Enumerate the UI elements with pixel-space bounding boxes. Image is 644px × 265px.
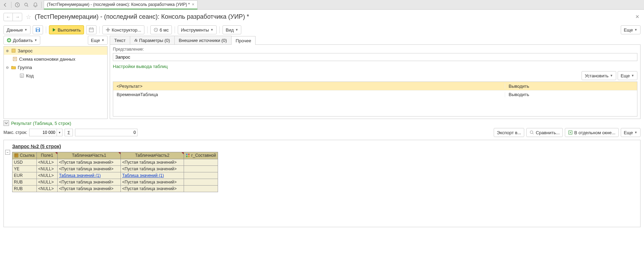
data-collapse-icon[interactable]: − bbox=[5, 150, 10, 155]
tree-box[interactable]: ⊕ Запрос Схема компоновки данных ⊖ Групп… bbox=[3, 46, 108, 119]
search-icon[interactable] bbox=[23, 1, 30, 9]
table-row[interactable]: RUB<NULL><Пустая таблица значений><Пуста… bbox=[12, 185, 218, 192]
folder-icon bbox=[11, 65, 16, 70]
sum-input[interactable] bbox=[75, 129, 137, 136]
tree-item-label: Схема компоновки данных bbox=[19, 57, 75, 62]
table-row[interactable]: YE<NULL><Пустая таблица значений><Пустая… bbox=[12, 165, 218, 172]
tab-close-icon[interactable]: × bbox=[192, 2, 194, 7]
cell-composite bbox=[184, 179, 218, 185]
tab-other[interactable]: Прочее bbox=[231, 36, 256, 45]
th-field1[interactable]: Поле1 bbox=[37, 152, 58, 159]
window-close-icon[interactable]: × bbox=[634, 12, 641, 22]
right-panel: Текст &Параметры (0) Внешние источники (… bbox=[110, 36, 641, 119]
grid-cell-mode: Выводить bbox=[505, 92, 637, 97]
table-row[interactable]: USD<NULL><Пустая таблица значений><Пуста… bbox=[12, 159, 218, 165]
ampersand-icon: & bbox=[134, 37, 138, 43]
right-content: Представление: Настройки вывода таблиц У… bbox=[110, 45, 641, 119]
cell-ref: RUB bbox=[12, 185, 37, 192]
separator bbox=[99, 26, 100, 33]
result-title[interactable]: Результат (Таблица, 5 строк) bbox=[11, 121, 71, 126]
set-button[interactable]: Установить▼ bbox=[582, 71, 616, 80]
tree-item-code[interactable]: {} Код bbox=[4, 71, 107, 80]
data-area[interactable]: − Запрос №2 (5 строк) Ссылка Поле1 Табли… bbox=[3, 140, 641, 227]
sum-button[interactable]: Σ bbox=[65, 129, 73, 136]
tab-text[interactable]: Текст bbox=[110, 36, 130, 44]
svg-rect-21 bbox=[15, 154, 18, 157]
tree-more-button[interactable]: Еще▼ bbox=[88, 36, 108, 45]
nav-forward-icon[interactable]: → bbox=[13, 13, 22, 21]
output-grid[interactable]: <Результат> Выводить ВременнаяТаблица Вы… bbox=[113, 82, 637, 117]
nav-back-icon[interactable]: ← bbox=[4, 13, 13, 21]
cell-tc1[interactable]: Таблица значений (1) bbox=[58, 172, 121, 179]
tree-item-label: Код bbox=[26, 73, 34, 78]
app-tab[interactable]: (ТестПеренумерации) - (последний сеанс):… bbox=[44, 0, 198, 9]
cell-tc1: <Пустая таблица значений> bbox=[58, 165, 121, 172]
separator bbox=[11, 2, 11, 8]
grid-row[interactable]: ВременнаяТаблица Выводить bbox=[113, 90, 637, 99]
separator bbox=[147, 26, 148, 33]
middle-split: Добавить▼ Еще▼ ⊕ Запрос Схема компоновки… bbox=[0, 36, 644, 119]
result-more-button[interactable]: Еще▼ bbox=[621, 128, 641, 137]
tree-item-group[interactable]: ⊖ Группа bbox=[4, 63, 107, 71]
th-ref[interactable]: Ссылка bbox=[12, 152, 37, 159]
tools-button[interactable]: Инструменты▼ bbox=[178, 25, 217, 34]
representation-input[interactable] bbox=[113, 53, 637, 61]
system-bar: (ТестПеренумерации) - (последний сеанс):… bbox=[0, 0, 644, 10]
query-title: Запрос №2 (5 строк) bbox=[12, 144, 639, 149]
svg-rect-24 bbox=[186, 154, 187, 155]
cell-tc2: <Пустая таблица значений> bbox=[121, 159, 184, 165]
export-button[interactable]: Экспорт в... bbox=[494, 128, 524, 137]
th-tc2[interactable]: ТабличнаяЧасть2 bbox=[121, 152, 184, 159]
chevron-down-icon: ▼ bbox=[210, 28, 214, 32]
th-composite[interactable]: г_Составной bbox=[184, 152, 218, 159]
more-button[interactable]: Еще▼ bbox=[621, 25, 641, 34]
data-button[interactable]: Данные▼ bbox=[3, 25, 31, 34]
time-button[interactable]: 6 мс bbox=[150, 25, 172, 34]
tree-item-query[interactable]: ⊕ Запрос bbox=[4, 46, 107, 55]
result-toolbar: Макс. строк: ▼ Σ Экспорт в... Сравнить..… bbox=[0, 127, 644, 138]
spinner-icon[interactable]: ▼ bbox=[57, 129, 62, 136]
tab-params[interactable]: &Параметры (0) bbox=[130, 36, 175, 44]
marker-icon bbox=[182, 152, 184, 154]
max-rows-input[interactable] bbox=[29, 129, 57, 136]
result-collapse-icon[interactable] bbox=[3, 120, 9, 126]
cell-tc2: <Пустая таблица значений> bbox=[121, 165, 184, 172]
tree-item-scheme[interactable]: Схема компоновки данных bbox=[4, 55, 107, 63]
calendar-button[interactable] bbox=[86, 25, 97, 34]
chevron-down-icon: ▼ bbox=[101, 39, 104, 42]
chevron-down-icon: ▼ bbox=[34, 39, 37, 42]
run-button[interactable]: Выполнить bbox=[49, 25, 84, 34]
composite-icon bbox=[186, 153, 191, 158]
cell-tc2[interactable]: Таблица значений (1) bbox=[121, 172, 184, 179]
table-row[interactable]: RUB<NULL><Пустая таблица значений><Пуста… bbox=[12, 179, 218, 185]
grid-cell-mode: Выводить bbox=[505, 84, 637, 89]
tab-external[interactable]: Внешние источники (0) bbox=[174, 36, 232, 44]
favorite-star-icon[interactable]: ☆ bbox=[25, 12, 32, 22]
cell-ref: RUB bbox=[12, 179, 37, 185]
separator bbox=[41, 2, 42, 8]
right-more-button[interactable]: Еще▼ bbox=[618, 71, 637, 80]
collapse-icon[interactable]: ⊖ bbox=[5, 66, 9, 69]
back-icon[interactable] bbox=[1, 1, 9, 9]
cell-ref: USD bbox=[12, 159, 37, 165]
save-button[interactable] bbox=[33, 25, 43, 34]
svg-rect-25 bbox=[188, 154, 190, 155]
chevron-down-icon: ▼ bbox=[631, 74, 634, 77]
constructor-button[interactable]: Конструктор... bbox=[102, 25, 144, 34]
expand-icon[interactable]: ⊕ bbox=[5, 49, 9, 53]
bell-icon[interactable] bbox=[32, 1, 39, 9]
new-window-button[interactable]: В отдельном окне... bbox=[565, 128, 619, 137]
cell-field1: <NULL> bbox=[37, 185, 58, 192]
grid-row[interactable]: <Результат> Выводить bbox=[113, 82, 637, 90]
table-row[interactable]: EUR<NULL>Таблица значений (1)Таблица зна… bbox=[12, 172, 218, 179]
cell-field1: <NULL> bbox=[37, 159, 58, 165]
view-button[interactable]: Вид▼ bbox=[223, 25, 241, 34]
compare-button[interactable]: Сравнить... bbox=[526, 128, 563, 137]
add-button[interactable]: Добавить▼ bbox=[3, 36, 40, 45]
cell-field1: <NULL> bbox=[37, 172, 58, 179]
cell-composite bbox=[184, 159, 218, 165]
th-tc1[interactable]: ТабличнаяЧасть1 bbox=[58, 152, 121, 159]
right-tabs: Текст &Параметры (0) Внешние источники (… bbox=[110, 36, 641, 45]
cell-tc2: <Пустая таблица значений> bbox=[121, 179, 184, 185]
history-icon[interactable] bbox=[14, 1, 21, 9]
